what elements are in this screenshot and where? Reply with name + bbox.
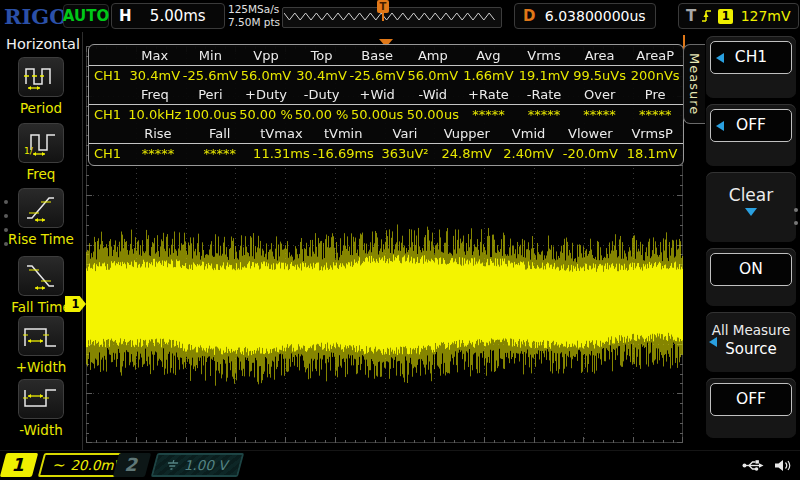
measure-value-cell: ***** [516, 107, 572, 122]
measure-value-cell: 100.0us [183, 107, 239, 122]
menu-item-label: Clear [706, 172, 796, 204]
left-menu-item--width[interactable]: -Width [0, 378, 82, 438]
measure-header-cell: VrmsP [621, 126, 683, 141]
preview-trigger-marker[interactable]: T [377, 0, 389, 13]
left-menu-item--width[interactable]: +Width [0, 315, 82, 375]
measure-header-row: MaxMinVppTopBaseAmpAvgVrmsAreaAreaP [89, 46, 683, 66]
measure-value-cell: 2.40mV [498, 146, 560, 161]
channel2-scale: 1.00 V [183, 457, 231, 473]
measure-value-cell: 30.4mV [127, 68, 183, 83]
chevron-down-icon [745, 208, 757, 216]
ac-coupling-icon: ~ [51, 456, 68, 474]
left-menu-item-label: Rise Time [0, 231, 82, 247]
measurement-table: MaxMinVppTopBaseAmpAvgVrmsAreaAreaPCH130… [88, 44, 684, 166]
measure-value-cell: 50.00us [405, 107, 461, 122]
measure-header-cell: +Rate [461, 87, 517, 102]
measure-value-row: CH110.0kHz100.0us50.00 %50.00 %50.00us50… [89, 105, 683, 124]
memory-preview-bar[interactable] [282, 7, 502, 28]
measure-header-cell: -Wid [405, 87, 461, 102]
measure-value-cell: 56.0mV [238, 68, 294, 83]
svg-text:1/: 1/ [24, 146, 34, 156]
measure-value-row: CH1**********11.31ms-16.69ms363uV²24.8mV… [89, 144, 683, 163]
ground-coupling-icon [164, 459, 180, 471]
left-menu-item-label: Freq [0, 166, 82, 182]
memory-depth: 7.50M pts [228, 16, 280, 29]
menu-item-label: All Measure [706, 312, 796, 339]
measure-value-cell: 56.0mV [405, 68, 461, 83]
measure-header-cell: -Rate [516, 87, 572, 102]
measure-value-cell: ***** [572, 107, 628, 122]
acquisition-info: 125MSa/s 7.50M pts [228, 3, 280, 29]
measure-value-cell: 50.00 % [238, 107, 294, 122]
measure-value-row: CH130.4mV-25.6mV56.0mV30.4mV-25.6mV56.0m… [89, 66, 683, 85]
left-menu-divider [82, 32, 83, 450]
measure-value-cell: -25.6mV [183, 68, 239, 83]
measure-header-cell: Vupper [436, 126, 498, 141]
measure-channel-label: CH1 [89, 146, 127, 161]
left-page-dot [4, 228, 8, 232]
menu-item-statistic[interactable]: OFF [706, 378, 796, 438]
left-menu-item-label: Period [0, 100, 82, 116]
measure-value-cell: ***** [189, 146, 251, 161]
menu-item-clear[interactable]: Clear [706, 172, 796, 242]
measure-header-cell: Pre [627, 87, 683, 102]
measure-header-cell: Peri [183, 87, 239, 102]
menu-item-label [706, 36, 796, 39]
measure-header-cell: AreaP [627, 48, 683, 63]
measure-value-cell: 50.00us [349, 107, 405, 122]
minus-width-icon [17, 378, 65, 420]
measure-value-cell: 30.4mV [294, 68, 350, 83]
left-menu-item-label: -Width [0, 422, 82, 438]
left-page-dot [4, 242, 8, 246]
measure-value-cell: 363uV² [374, 146, 436, 161]
measure-value-cell: 10.0kHz [127, 107, 183, 122]
measure-header-cell: tVmin [312, 126, 374, 141]
measure-header-row: FreqPeri+Duty-Duty+Wid-Wid+Rate-RateOver… [89, 85, 683, 105]
menu-item-all-measure[interactable]: All MeasureSource [706, 312, 796, 372]
menu-item-value: OFF [710, 383, 792, 416]
menu-item-counter[interactable]: OFF [706, 104, 796, 166]
measure-menu-tab[interactable]: Measure [683, 44, 705, 124]
left-menu-item-label: +Width [0, 359, 82, 375]
chevron-left-icon [716, 53, 724, 63]
measure-header-cell: -Duty [294, 87, 350, 102]
menu-item-value: CH1 [710, 41, 792, 74]
measure-header-cell: Max [127, 48, 183, 63]
measure-value-cell: -25.6mV [349, 68, 405, 83]
measure-header-cell: Vlower [559, 126, 621, 141]
measure-value-cell: 24.8mV [436, 146, 498, 161]
horizontal-label: H [119, 7, 132, 25]
left-menu-item-freq[interactable]: 1/Freq [0, 122, 82, 182]
left-menu-title: Horizontal [6, 36, 80, 52]
menu-item-label [706, 378, 796, 381]
chevron-left-icon [716, 121, 724, 131]
measure-channel-label: CH1 [89, 107, 127, 122]
menu-item-measure-all[interactable]: ON [706, 248, 796, 306]
delay-value: 6.03800000us [535, 8, 655, 24]
measure-header-cell: Over [572, 87, 628, 102]
measure-header-cell: Vari [374, 126, 436, 141]
left-menu-item-rise-time[interactable]: Rise Time [0, 187, 82, 247]
measure-header-cell: Vmid [498, 126, 560, 141]
measure-value-cell: ***** [461, 107, 517, 122]
fall-time-icon [17, 255, 65, 297]
measure-header-cell: +Duty [238, 87, 294, 102]
measure-header-cell: Freq [127, 87, 183, 102]
channel2-badge[interactable]: 2 1.00 V [116, 453, 241, 477]
beeper-icon [774, 459, 792, 472]
menu-item-source[interactable]: CH1 [706, 36, 796, 98]
menu-item-value: Source [706, 339, 796, 359]
left-menu-item-period[interactable]: Period [0, 56, 82, 116]
measure-value-cell: ***** [627, 107, 683, 122]
trigger-edge-icon [701, 8, 713, 24]
trigger-level-value: 127mV [733, 8, 798, 24]
trigger-label: T [686, 7, 696, 25]
measure-value-cell: 50.00 % [294, 107, 350, 122]
measure-header-cell: Fall [189, 126, 251, 141]
plus-width-icon [17, 315, 65, 357]
horizontal-scale-box: H 5.00ms [111, 3, 225, 29]
measure-value-cell: 99.5uVs [572, 68, 628, 83]
measure-tab-label: Measure [687, 53, 702, 115]
measure-header-cell: Avg [461, 48, 517, 63]
measure-header-cell: Base [349, 48, 405, 63]
